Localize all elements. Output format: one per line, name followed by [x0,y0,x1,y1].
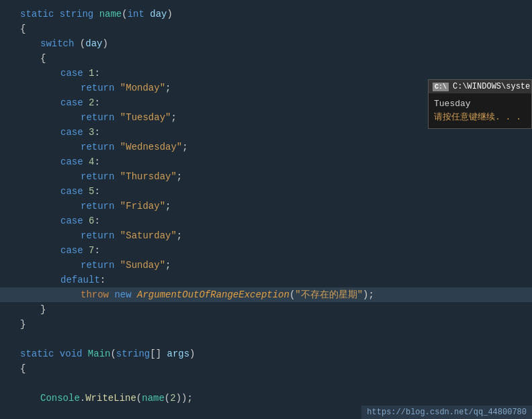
code-line: return "Friday"; [0,199,532,214]
code-line: { [0,361,532,376]
terminal-popup: C:\ C:\WINDOWS\syste Tuesday 请按任意键继续. . … [428,79,532,129]
url-bar: https://blog.csdn.net/qq_44800780 [361,406,532,419]
code-line: throw new ArgumentOutOfRangeException("不… [0,287,532,302]
code-line [0,376,532,391]
code-line: case 5: [0,184,532,199]
terminal-titlebar: C:\ C:\WINDOWS\syste [429,80,531,93]
url-text: https://blog.csdn.net/qq_44800780 [367,408,527,417]
code-line: { [0,21,532,36]
code-line: case 7: [0,243,532,258]
code-line: Console.WriteLine(name(2)); [0,391,532,406]
code-line: return "Wednesday"; [0,140,532,154]
code-line: } [0,302,532,317]
terminal-output-line2: 请按任意键继续. . . [434,111,526,124]
terminal-output-line1: Tuesday [434,97,526,111]
cmd-icon: C:\ [433,83,449,91]
code-line: case 4: [0,154,532,169]
code-line: static void Main(string[] args) [0,346,532,361]
code-editor: static string name(int day){switch (day)… [0,0,532,419]
code-line: return "Saturday"; [0,228,532,243]
code-line: } [0,317,532,332]
terminal-body: Tuesday 请按任意键继续. . . [429,93,531,128]
code-line: return "Thursday"; [0,169,532,184]
code-line: return "Sunday"; [0,258,532,273]
code-line: case 6: [0,214,532,228]
terminal-title: C:\WINDOWS\syste [453,82,530,91]
code-line: default: [0,273,532,287]
code-line: static string name(int day) [0,7,532,21]
code-line: case 1: [0,66,532,81]
code-line: switch (day) [0,36,532,51]
code-line [0,332,532,346]
code-line: { [0,51,532,66]
